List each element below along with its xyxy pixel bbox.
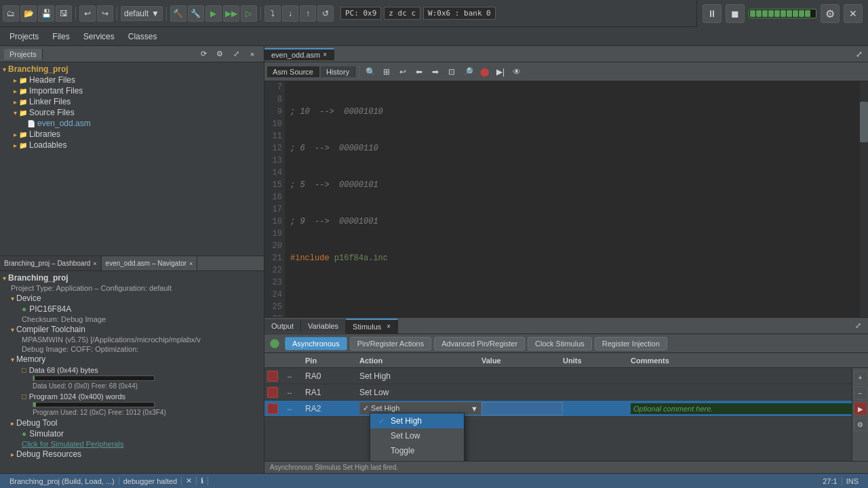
pause-btn[interactable]: ⏸ [703,4,722,23]
tree-item-project[interactable]: ▾ Branching_proj [0,64,264,75]
find-btn[interactable]: 🔍 [363,64,378,79]
diff-btn[interactable]: ⊞ [379,64,394,79]
close-dashboard-tab[interactable]: × [93,260,96,267]
tree-item-source-files[interactable]: ▾ 📁 Source Files [0,107,264,118]
menu-projects[interactable]: Projects [3,29,45,44]
status-info-btn[interactable]: ℹ [197,476,208,485]
config-project-icon[interactable]: ⚙ [212,47,227,62]
stim-settings-btn[interactable]: ⚙ [854,418,867,431]
maximize-panel-icon[interactable]: ⤢ [229,47,243,62]
tab-dashboard[interactable]: Branching_proj – Dashboard × [0,256,102,270]
code-content[interactable]: ; 10 --> 00001010 ; 6 --> 00000110 ; 5 -… [285,81,868,317]
fire-btn-ra1[interactable] [267,387,278,398]
revert-btn[interactable]: ↩ [395,64,410,79]
tree-item-linker-files[interactable]: ▸ 📁 Linker Files [0,96,264,107]
editor-file-tab[interactable]: even_odd.asm × [264,48,334,60]
fire-btn-ra2[interactable] [267,403,278,414]
pin-register-tab[interactable]: Pin/Register Actions [350,337,431,350]
maximize-editor-icon[interactable]: ⤢ [850,49,868,59]
tree-item-header-files[interactable]: ▸ 📁 Header Files [0,75,264,85]
undo-btn[interactable]: ↩ [79,5,96,22]
menu-services[interactable]: Services [77,29,121,44]
sync-icon[interactable]: ⟳ [196,47,211,62]
new-project-btn[interactable]: 🗂 [3,5,19,22]
dropdown-set-high[interactable]: ✓ Set High [370,413,464,428]
stim-remove-row-btn[interactable]: − [854,386,867,400]
stimulus-tab[interactable]: Stimulus × [346,319,398,333]
dropdown-pulse-high[interactable]: Pulse High [370,458,464,461]
async-tab[interactable]: Asynchronous [285,337,347,350]
zoom-out-btn[interactable]: 🔎 [460,64,475,79]
stim-row-ra0[interactable]: ↔ RA0 Set High [264,368,868,384]
projects-tab[interactable]: Projects [4,49,43,60]
save-all-btn[interactable]: 🖫 [56,5,72,22]
tree-item-even-odd[interactable]: 📄 even_odd.asm [0,118,264,129]
debug-btn[interactable]: ▶▶ [223,5,239,22]
step-over-btn[interactable]: ⤵ [264,5,281,22]
arrow-ra0[interactable]: ↔ [286,373,293,380]
reset-btn[interactable]: ↺ [317,5,334,22]
breakpoint-btn[interactable]: ⬤ [477,64,492,79]
goto-prev-btn[interactable]: ⬅ [412,64,427,79]
stop-btn[interactable]: ◼ [726,4,745,23]
clock-stimulus-tab[interactable]: Clock Stimulus [528,337,592,350]
nav-compiler[interactable]: ▾ Compiler Toolchain [0,324,264,335]
fire-btn-ra0[interactable] [267,371,278,382]
scrollbar[interactable] [860,81,868,317]
close-editor-tab[interactable]: × [323,51,327,58]
nav-peripherals-link[interactable]: Click for Simulated Peripherals [0,439,264,449]
open-btn[interactable]: 📂 [20,5,37,22]
menu-classes[interactable]: Classes [121,29,164,44]
tab-navigator[interactable]: even_odd.asm – Navigator × [102,256,198,270]
nav-debug-resources[interactable]: ▸ Debug Resources [0,449,264,460]
continue-btn[interactable]: ▷ [241,5,257,22]
tree-item-important-files[interactable]: ▸ 📁 Important Files [0,85,264,96]
clean-build-btn[interactable]: 🔧 [188,5,204,22]
nav-simulator[interactable]: ● Simulator [0,428,264,439]
tree-item-libraries[interactable]: ▸ 📁 Libraries [0,129,264,140]
asm-source-tab[interactable]: Asm Source [267,66,319,77]
menu-files[interactable]: Files [45,29,76,44]
pin-ra1: RA1 [305,388,359,397]
advanced-pin-tab[interactable]: Advanced Pin/Register [434,337,525,350]
register-injection-tab[interactable]: Register Injection [595,337,667,350]
run-btn[interactable]: ▶ [205,5,222,22]
nav-debug-tool[interactable]: ▸ Debug Tool [0,418,264,428]
redo-btn[interactable]: ↪ [97,5,113,22]
dropdown-set-low[interactable]: Set Low [370,428,464,443]
close-navigator-tab[interactable]: × [189,260,193,267]
output-tab[interactable]: Output [264,319,301,333]
status-close-btn[interactable]: ✕ [182,476,197,485]
nav-device[interactable]: ▾ Device [0,293,264,304]
stim-row-ra2[interactable]: ↔ RA2 ✓ Set High ▼ Opt [264,401,868,417]
toggle-view-btn[interactable]: ⊡ [444,64,459,79]
close-debug-btn[interactable]: ✕ [844,4,863,23]
close-panel-icon[interactable]: × [245,47,260,62]
stim-fire-all-btn[interactable]: ▶ [854,402,867,415]
variables-tab[interactable]: Variables [301,319,346,333]
nav-project[interactable]: ▾ Branching_proj [0,272,264,283]
run-to-cursor-btn[interactable]: ▶| [493,64,508,79]
close-stimulus-tab[interactable]: × [387,323,391,330]
arrow-ra1[interactable]: ↔ [286,389,293,396]
step-out-btn[interactable]: ↑ [300,5,316,22]
maximize-bottom-icon[interactable]: ⤢ [850,319,865,333]
stim-add-row-btn[interactable]: + [854,371,867,384]
nav-program-memory[interactable]: □ Program 1024 (0x400) words Program Use… [0,391,264,418]
arrow-ra2[interactable]: ↔ [286,405,293,413]
config-dropdown[interactable]: default ▼ [121,6,163,21]
step-into-btn[interactable]: ↓ [282,5,298,22]
save-btn[interactable]: 💾 [38,5,54,22]
tree-item-loadables[interactable]: ▸ 📁 Loadables [0,140,264,150]
nav-pic[interactable]: ● PIC16F84A [0,304,264,314]
build-btn[interactable]: 🔨 [170,5,186,22]
goto-next-btn[interactable]: ➡ [428,64,443,79]
settings-btn[interactable]: ⚙ [821,4,840,23]
history-tab[interactable]: History [321,66,355,77]
dropdown-toggle[interactable]: Toggle [370,443,464,458]
nav-data-memory[interactable]: □ Data 68 (0x44) bytes Data Used: 0 (0x0… [0,365,264,391]
add-watch-btn[interactable]: 👁 [509,64,524,79]
nav-memory[interactable]: ▾ Memory [0,354,264,365]
stim-row-ra1[interactable]: ↔ RA1 Set Low [264,384,868,401]
value-ra2[interactable] [481,402,563,415]
